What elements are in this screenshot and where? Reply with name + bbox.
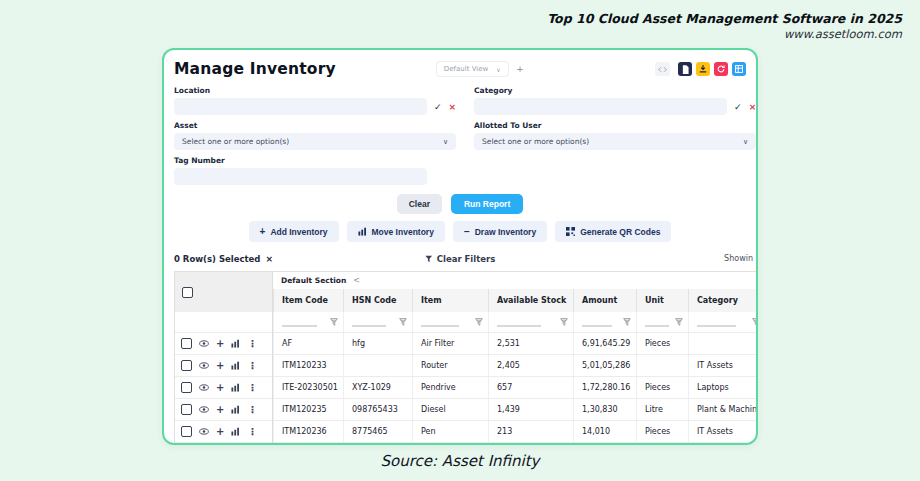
inventory-table: +⋮+⋮+⋮+⋮+⋮ Default Section < Item CodeHS… [174,271,758,443]
view-selector-dropdown[interactable]: Default View ∨ [436,61,509,77]
kebab-menu-icon[interactable]: ⋮ [247,382,257,393]
row-checkbox[interactable] [181,382,192,393]
column-filter-category [688,312,758,332]
download-icon [699,65,707,73]
view-eye-icon[interactable] [199,384,209,391]
asset-select[interactable]: Select one or more option(s) ∨ [174,133,456,150]
clear-filters-button[interactable]: Clear Filters [425,254,496,264]
table-cell: Litre [636,399,688,420]
table-row[interactable]: AFhfgAir Filter2,5316,91,645.29Pieces [273,333,758,355]
run-report-button[interactable]: Run Report [451,194,523,214]
add-view-button[interactable]: + [517,63,523,75]
showing-label: Showin [724,254,753,263]
tag-number-input[interactable] [174,168,427,185]
table-cell: 2,531 [488,333,573,354]
move-stock-icon[interactable] [231,405,240,414]
column-header-unit[interactable]: Unit [636,289,688,312]
allotted-to-user-field: Allotted To User Select one or more opti… [474,119,756,150]
column-filter-input[interactable] [697,317,736,327]
column-header-hsn-code[interactable]: HSN Code [343,289,412,312]
row-checkbox[interactable] [181,426,192,437]
clear-button[interactable]: Clear [397,194,442,214]
category-input[interactable] [474,98,727,115]
kebab-menu-icon[interactable]: ⋮ [247,426,257,437]
expand-button[interactable] [655,62,670,76]
add-inventory-button[interactable]: +Add Inventory [249,221,339,242]
filter-funnel-icon[interactable] [623,318,631,326]
action-label: Generate QR Codes [580,227,660,237]
location-input[interactable] [174,98,427,115]
clear-x-icon[interactable]: × [449,102,457,112]
view-eye-icon[interactable] [199,428,209,435]
kebab-menu-icon[interactable]: ⋮ [247,404,257,415]
table-cell [688,333,758,354]
add-icon[interactable]: + [216,426,224,437]
clear-selection-icon[interactable]: × [265,254,273,264]
filter-funnel-icon[interactable] [560,318,568,326]
column-filter-input[interactable] [497,317,541,327]
column-header-item-code[interactable]: Item Code [273,289,343,312]
export-download-button[interactable] [696,62,710,76]
apply-check-icon[interactable]: ✓ [434,102,442,112]
add-icon[interactable]: + [216,404,224,415]
row-checkbox[interactable] [181,360,192,371]
column-header-available-stock[interactable]: Available Stock [488,289,573,312]
allotted-to-user-select[interactable]: Select one or more option(s) ∨ [474,133,756,150]
row-checkbox[interactable] [181,338,192,349]
action-label: Move Inventory [372,227,434,237]
table-row[interactable]: ITM1202368775465Pen21314,010PiecesIT Ass… [273,421,758,443]
filter-funnel-icon[interactable] [752,318,758,326]
view-eye-icon[interactable] [199,362,209,369]
column-filter-input[interactable] [352,317,386,327]
clear-x-icon[interactable]: × [749,102,757,112]
move-stock-icon[interactable] [231,339,240,348]
table-row[interactable]: ITE-20230501XYZ-1029Pendrive6571,72,280.… [273,377,758,399]
column-header-item[interactable]: Item [412,289,488,312]
filter-funnel-icon[interactable] [330,318,338,326]
chevron-left-icon[interactable]: < [353,276,360,285]
column-header-category[interactable]: Category [688,289,758,312]
table-row[interactable]: ITM120235098765433Diesel1,4391,30,830Lit… [273,399,758,421]
table-cell: 213 [488,421,573,442]
table-cell: hfg [343,333,412,354]
column-filter-input[interactable] [582,317,612,327]
action-label: Draw Inventory [475,227,536,237]
add-icon[interactable]: + [216,338,224,349]
kebab-menu-icon[interactable]: ⋮ [247,338,257,349]
filter-funnel-icon[interactable] [475,318,483,326]
export-table-button[interactable] [732,62,746,76]
section-band: Default Section < [273,272,758,289]
add-icon[interactable]: + [216,360,224,371]
table-cell [636,355,688,376]
column-filter-item-code [273,312,343,332]
apply-check-icon[interactable]: ✓ [734,102,742,112]
move-stock-icon[interactable] [231,361,240,370]
column-filter-input[interactable] [421,317,459,327]
table-cell: 1,439 [488,399,573,420]
select-all-checkbox[interactable] [182,287,193,298]
export-refresh-button[interactable] [714,62,728,76]
column-header-amount[interactable]: Amount [573,289,636,312]
draw-inventory-button[interactable]: −Draw Inventory [453,221,547,242]
chevron-down-icon: ∨ [443,138,448,146]
table-row[interactable]: ITM120233Router2,4055,01,05,286IT Assets [273,355,758,377]
filter-funnel-icon[interactable] [399,318,407,326]
view-eye-icon[interactable] [199,406,209,413]
allotted-select-placeholder: Select one or more option(s) [482,137,589,146]
column-filter-input[interactable] [645,317,669,327]
move-stock-icon[interactable] [231,383,240,392]
row-checkbox[interactable] [181,404,192,415]
filter-funnel-icon[interactable] [675,318,683,326]
column-filter-input[interactable] [282,317,317,327]
move-stock-icon[interactable] [231,427,240,436]
add-icon[interactable]: + [216,382,224,393]
rows-selected-text: 0 Row(s) Selected [174,254,260,264]
export-doc-button[interactable] [678,62,692,76]
section-label: Default Section [281,276,346,285]
kebab-menu-icon[interactable]: ⋮ [247,360,257,371]
row-actions: +⋮ [175,399,272,421]
move-inventory-button[interactable]: Move Inventory [347,221,445,242]
table-cell: Plant & Machinery [688,399,758,420]
generate-qr-codes-button[interactable]: Generate QR Codes [555,221,671,242]
view-eye-icon[interactable] [199,340,209,347]
